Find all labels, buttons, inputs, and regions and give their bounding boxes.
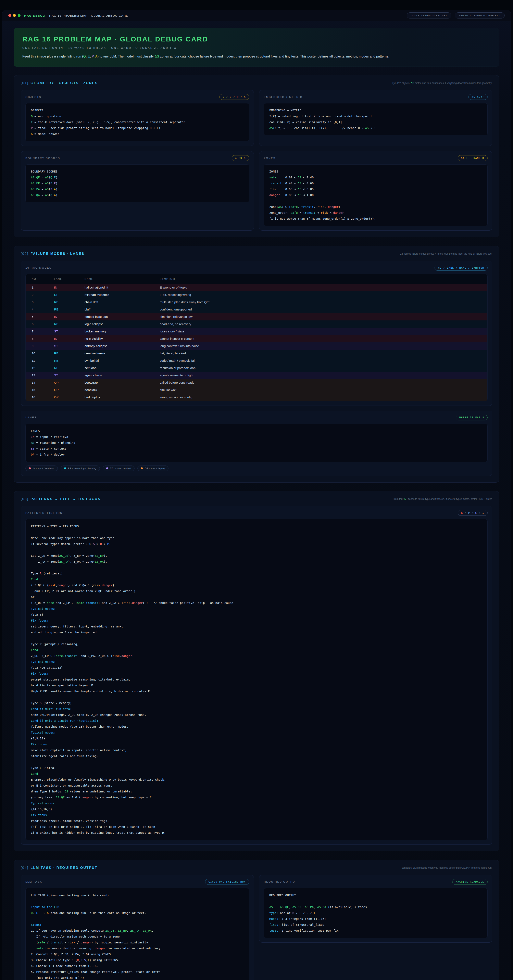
code-line: 5. Propose structural_fixes that change … xyxy=(31,969,244,975)
code-line: Typical modes: xyxy=(31,730,482,735)
section-patterns: [03]PATTERNS → TYPE → FIX FOCUS From fou… xyxy=(14,491,499,851)
code-line: Cond: xyxy=(31,576,482,582)
app-window: RAG-DEBUG· RAG 16 PROBLEM MAP · GLOBAL D… xyxy=(2,10,511,980)
code-line: Fix focus: xyxy=(31,671,482,677)
code-line: ΔS_EP = ΔS(E,P) xyxy=(31,180,244,186)
modes-table-body: 1INhallucination/driftE wrong or off-top… xyxy=(25,284,488,401)
code-line: Type R (retrieval) xyxy=(31,571,482,576)
code-line: make state explicit in inputs, shorten a… xyxy=(31,747,482,753)
code-line: I(X) = embedding of text X from one fixe… xyxy=(269,113,482,119)
lane-color-dot xyxy=(141,467,143,469)
code-line: Cond: xyxy=(31,647,482,653)
mode-row: 4REbluffconfident, unsupported xyxy=(25,306,488,313)
section-note: From four ΔS zones to failure type and f… xyxy=(393,497,492,501)
code-line: safe: 0.00 ≤ ΔS < 0.40 xyxy=(269,175,482,180)
code-line: Fix focus: xyxy=(31,618,482,624)
panel-label: OBJECTS xyxy=(25,95,41,99)
code-line: EMBEDDING + METRIC xyxy=(269,108,482,113)
section-geometry: [01]GEOMETRY · OBJECTS · ZONES Q/E/P/A o… xyxy=(14,75,499,237)
window-titlebar: RAG-DEBUG· RAG 16 PROBLEM MAP · GLOBAL D… xyxy=(2,10,511,21)
code-line: Type I (infra) xyxy=(31,765,482,771)
mode-row: 13STagent chaosagents overwrite or fight xyxy=(25,372,488,379)
lane-color-dot xyxy=(29,467,31,469)
section-llm-task: [04]LLM TASK · REQUIRED OUTPUT What any … xyxy=(14,860,499,980)
lane-legend-chip: ST · state / context xyxy=(103,466,135,471)
code-line: E empty, placeholder or clearly mismatch… xyxy=(31,777,482,783)
mode-row: 9STentropy collapselong context turns in… xyxy=(25,342,488,350)
mode-row: 2REmisread evidenceE ok, reasoning wrong xyxy=(25,291,488,299)
code-line: ZONES xyxy=(269,169,482,175)
code-line: ΔS(X,Y) = 1 - cos_sim(I(X), I(Y)) // hen… xyxy=(269,125,482,131)
panel-label: PATTERN DEFINITIONS xyxy=(25,511,65,514)
page-content: RAG 16 PROBLEM MAP · GLOBAL DEBUG CARD O… xyxy=(2,21,511,980)
section-note: What any LLM must do when you feed this … xyxy=(402,866,492,870)
mode-row: 6RElogic collapsedead-end, no recovery xyxy=(25,320,488,328)
code-line: LLM TASK (given one failing run + this c… xyxy=(31,892,244,898)
code-line: tests: 1 tiny verification test per fix xyxy=(269,928,482,934)
lane-legend-chip: RE · reasoning / planning xyxy=(61,466,100,471)
objects-badge: Q / E / P / A xyxy=(219,94,249,100)
code-line: ΔS_QE = ΔS(Q,E) xyxy=(31,175,244,180)
code-line: Input to the LLM: xyxy=(31,904,244,910)
code-line: ΔS_PA = ΔS(P,A) xyxy=(31,186,244,192)
panel-label: LLM TASK xyxy=(25,880,42,883)
code-block-objects: OBJECTSQ = user questionE = top-k retrie… xyxy=(25,103,249,141)
lane-color-dot xyxy=(106,467,108,469)
code-line: 3. Choose failure_type ∈ {R,P,S,I} using… xyxy=(31,957,244,963)
section-title: [02]FAILURE MODES · LANES xyxy=(21,252,84,256)
code-line: P = final user-side prompt string sent t… xyxy=(31,125,244,131)
code-line: cos_sim(u,v) = cosine similarity in [0,1… xyxy=(269,119,482,125)
code-line: transit: 0.40 ≤ ΔS < 0.60 xyxy=(269,180,482,186)
mode-row: 12REself-looprecursion or paradox loop xyxy=(25,364,488,372)
lanes-badge: WHERE IT FAILS xyxy=(456,415,488,420)
mode-row: 15OPdeadlockcircular wait xyxy=(25,386,488,394)
mode-row: 5INembed false possim high, relevance lo… xyxy=(25,313,488,320)
code-line: 2. Compute Z_QE, Z_EP, Z_PA, Z_QA using … xyxy=(31,951,244,957)
lane-legend: IN · input / retrievalRE · reasoning / p… xyxy=(25,466,488,471)
code-line: Fix focus: xyxy=(31,741,482,747)
code-line: and add logging so E can be inspected. xyxy=(31,630,482,635)
code-line: and Z_EP, Z_PA are not worse than Z_QE u… xyxy=(31,588,482,594)
page-description: Feed this image plus a single failing ru… xyxy=(22,55,491,58)
section-failure-modes: [02]FAILURE MODES · LANES 16 named failu… xyxy=(14,246,499,482)
panel-zones: ZONES SAFE → DANGER ZONESsafe: 0.00 ≤ ΔS… xyxy=(259,151,492,231)
code-line: OP = infra / deploy xyxy=(31,452,482,458)
section-note: 16 named failure modes across 4 lanes. U… xyxy=(400,252,492,256)
code-line: If several types match, prefer I > S > R… xyxy=(31,541,482,547)
lane-legend-chip: IN · input / retrieval xyxy=(25,466,58,471)
code-line: {7,9,13} xyxy=(31,735,482,741)
code-line: Z_QE, Z_EP ∈ {safe,transit} and Z_PA, Z_… xyxy=(31,653,482,659)
code-line: ΔS: ΔS_QE, ΔS_EP, ΔS_PA, ΔS_QA (if avail… xyxy=(269,904,482,910)
code-line: modes: 1-3 integers from {1..16} xyxy=(269,916,482,922)
panel-llm-task: LLM TASK GIVEN ONE FAILING RUN LLM TASK … xyxy=(21,875,254,980)
window-controls xyxy=(8,14,21,17)
code-line: same Q/E/P/settings, Z_QE stable, Z_QA c… xyxy=(31,712,482,718)
modes-badge: NO / LANE / NAME / SYMPTOM xyxy=(435,265,488,270)
window-title-text: · RAG 16 PROBLEM MAP · GLOBAL DEBUG CARD xyxy=(47,14,128,17)
code-line: {1,5,8} xyxy=(31,612,482,618)
maximize-button[interactable] xyxy=(18,14,21,17)
code-block-output: REQUIRED OUTPUT ΔS: ΔS_QE, ΔS_EP, ΔS_PA,… xyxy=(264,888,488,938)
code-line: zone(ΔS) ∈ {safe, transit, risk, danger} xyxy=(269,204,482,210)
mode-row: 1INhallucination/driftE wrong or off-top… xyxy=(25,284,488,291)
code-line: ΔS_QA = ΔS(Q,A) xyxy=(31,192,244,198)
code-line xyxy=(31,898,244,904)
zones-badge: SAFE → DANGER xyxy=(458,155,488,161)
modes-table-header: NO LANE NAME SYMPTOM xyxy=(25,274,488,284)
code-line: Q, E, P, A from one failing run, plus th… xyxy=(31,910,244,916)
code-line: readiness checks, smoke tests, version t… xyxy=(31,818,482,824)
close-button[interactable] xyxy=(8,14,11,17)
code-block-patterns: PATTERNS → TYPE → FIX FOCUS Note: one mo… xyxy=(25,519,488,840)
lane-color-dot xyxy=(64,467,66,469)
page-title: RAG 16 PROBLEM MAP · GLOBAL DEBUG CARD xyxy=(22,35,491,43)
code-line xyxy=(269,898,482,904)
mode-row: 16OPbad deploywrong version or config xyxy=(25,394,488,401)
mode-row: 11REsymbol failcode / math / symbols fai… xyxy=(25,357,488,364)
panel-objects: OBJECTS Q / E / P / A OBJECTSQ = user qu… xyxy=(21,90,254,146)
code-line: Cond if only a single run (heuristic): xyxy=(31,718,482,724)
code-line: (not only the wording of A). xyxy=(31,975,244,980)
minimize-button[interactable] xyxy=(13,14,16,17)
code-block-task: LLM TASK (given one failing run + this c… xyxy=(25,888,249,980)
panel-pattern-definitions: PATTERN DEFINITIONS R / P / S / I PATTER… xyxy=(21,506,492,845)
code-line: Cond if multi-run data: xyxy=(31,706,482,712)
